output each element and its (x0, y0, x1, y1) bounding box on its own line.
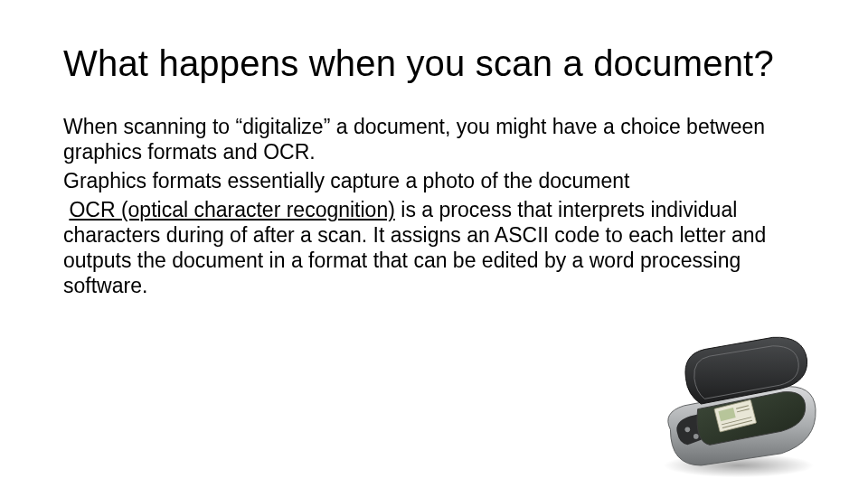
ocr-term: OCR (optical character recognition) (69, 198, 394, 221)
slide-body: When scanning to “digitalize” a document… (63, 114, 805, 298)
svg-point-8 (693, 434, 699, 439)
paragraph-intro: When scanning to “digitalize” a document… (63, 114, 805, 164)
svg-point-7 (685, 427, 691, 433)
paragraph-ocr: OCR (optical character recognition) is a… (63, 197, 805, 298)
scanner-icon (653, 327, 825, 481)
paragraph-graphics: Graphics formats essentially capture a p… (63, 168, 805, 193)
slide-title: What happens when you scan a document? (63, 43, 805, 83)
slide: What happens when you scan a document? W… (0, 0, 868, 488)
